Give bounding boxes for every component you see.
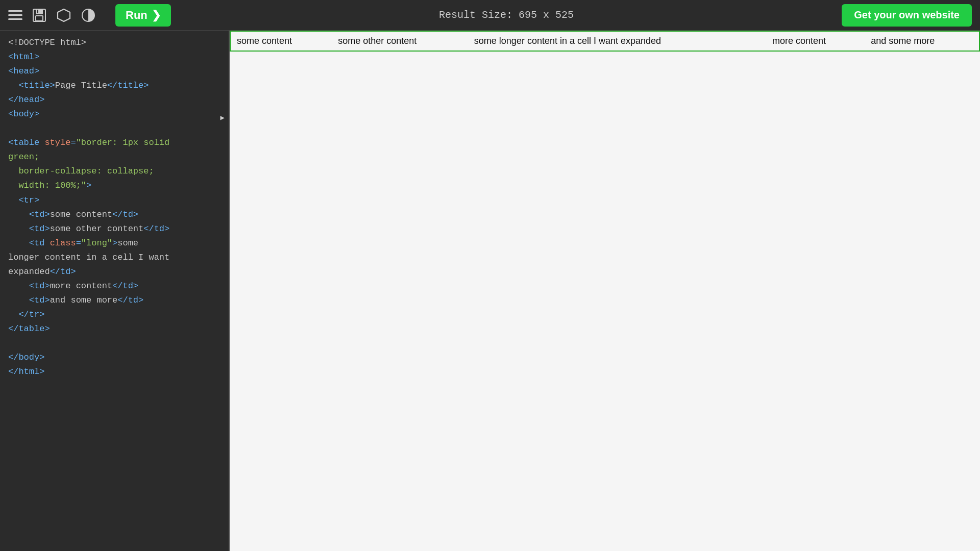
- code-line-21: </body>: [8, 350, 220, 365]
- toolbar: Run ❯ Result Size: 695 x 525 Get your ow…: [0, 0, 980, 31]
- code-line-12: <td>some content</td>: [8, 208, 220, 222]
- table-cell-5: and some more: [865, 31, 979, 51]
- get-website-label: Get your own website: [854, 9, 960, 20]
- svg-rect-2: [36, 16, 43, 21]
- code-line-3: <head>: [8, 64, 220, 79]
- get-website-button[interactable]: Get your own website: [842, 4, 972, 27]
- code-line-15: longer content in a cell I want: [8, 251, 220, 265]
- table-cell-2: some other content: [332, 31, 468, 51]
- toolbar-left: Run ❯: [8, 4, 171, 27]
- rotate-button[interactable]: [56, 8, 71, 23]
- table-cell-3: some longer content in a cell I want exp…: [468, 31, 766, 51]
- code-line-18: <td>and some more</td>: [8, 293, 220, 308]
- editor-panel[interactable]: ▶ <!DOCTYPE html> <html> <head> <title>P…: [0, 31, 230, 551]
- table-cell-1: some content: [230, 31, 332, 51]
- preview-table: some content some other content some lon…: [230, 31, 980, 52]
- svg-marker-4: [58, 9, 70, 21]
- chevron-icon: ❯: [152, 9, 161, 22]
- collapse-arrow[interactable]: ▶: [220, 113, 225, 122]
- code-line-19: </tr>: [8, 308, 220, 322]
- table-cell-4: more content: [766, 31, 865, 51]
- run-label: Run: [126, 9, 148, 22]
- contrast-button[interactable]: [81, 8, 96, 23]
- hamburger-icon: [8, 10, 22, 20]
- code-line-7: <table style="border: 1px solid: [8, 136, 220, 150]
- preview-panel: some content some other content some lon…: [230, 31, 980, 551]
- preview-table-wrapper: some content some other content some lon…: [230, 31, 980, 551]
- contrast-icon: [81, 8, 96, 23]
- table-row: some content some other content some lon…: [230, 31, 979, 51]
- code-line-4: <title>Page Title</title>: [8, 79, 220, 93]
- code-line-14: <td class="long">some: [8, 236, 220, 251]
- save-button[interactable]: [32, 8, 47, 23]
- run-button[interactable]: Run ❯: [115, 4, 171, 27]
- code-line-blank1: [8, 121, 220, 136]
- main-content: ▶ <!DOCTYPE html> <html> <head> <title>P…: [0, 31, 980, 551]
- code-line-blank2: [8, 336, 220, 350]
- code-line-22: </html>: [8, 365, 220, 379]
- code-line-10: width: 100%;">: [8, 179, 220, 193]
- hamburger-button[interactable]: [8, 10, 22, 20]
- code-line-11: <tr>: [8, 193, 220, 208]
- code-line-5: </head>: [8, 93, 220, 107]
- save-icon: [32, 8, 47, 23]
- code-line-2: <html>: [8, 50, 220, 64]
- rotate-icon: [56, 8, 71, 23]
- code-line-16: expanded</td>: [8, 265, 220, 279]
- svg-rect-3: [37, 10, 38, 13]
- code-line-6: <body>: [8, 107, 220, 121]
- code-line-13: <td>some other content</td>: [8, 222, 220, 236]
- code-line-9: border-collapse: collapse;: [8, 164, 220, 179]
- code-line-1: <!DOCTYPE html>: [8, 36, 220, 50]
- code-line-8: green;: [8, 150, 220, 164]
- toolbar-right: Get your own website: [842, 4, 972, 27]
- svg-rect-1: [36, 9, 43, 14]
- toolbar-center: Result Size: 695 x 525: [171, 9, 842, 21]
- code-line-20: </table>: [8, 322, 220, 336]
- code-line-17: <td>more content</td>: [8, 279, 220, 293]
- result-size-label: Result Size: 695 x 525: [439, 9, 574, 21]
